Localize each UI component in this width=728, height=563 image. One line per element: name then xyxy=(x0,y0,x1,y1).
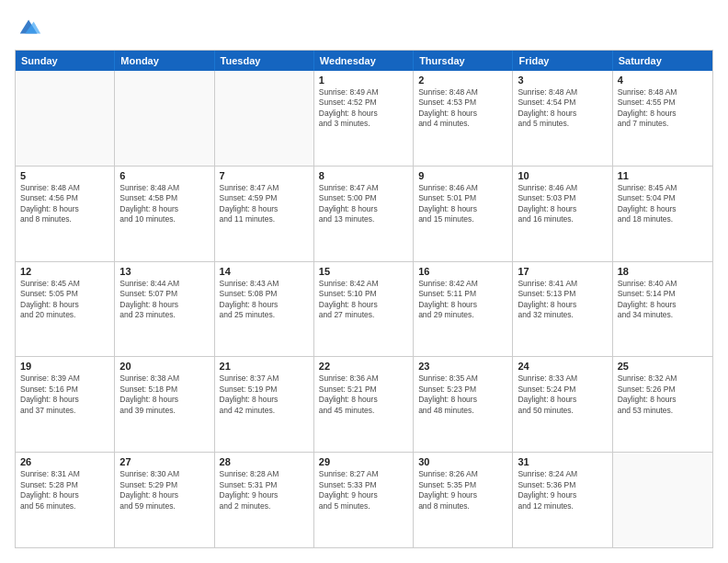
cell-text-11: Sunrise: 8:45 AM Sunset: 5:04 PM Dayligh… xyxy=(618,183,708,225)
day-number-7: 7 xyxy=(220,170,309,181)
day-number-13: 13 xyxy=(119,266,209,277)
calendar-row-0: 1Sunrise: 8:49 AM Sunset: 4:52 PM Daylig… xyxy=(16,71,712,167)
calendar: SundayMondayTuesdayWednesdayThursdayFrid… xyxy=(15,50,713,548)
cell-text-29: Sunrise: 8:27 AM Sunset: 5:33 PM Dayligh… xyxy=(319,469,408,511)
day-number-1: 1 xyxy=(319,75,408,86)
calendar-cell-27: 27Sunrise: 8:30 AM Sunset: 5:29 PM Dayli… xyxy=(115,453,214,547)
calendar-cell-30: 30Sunrise: 8:26 AM Sunset: 5:35 PM Dayli… xyxy=(414,453,513,547)
calendar-cell-2: 2Sunrise: 8:48 AM Sunset: 4:53 PM Daylig… xyxy=(414,71,513,166)
day-number-4: 4 xyxy=(618,75,708,86)
weekday-header-sunday: Sunday xyxy=(16,51,115,71)
cell-text-7: Sunrise: 8:47 AM Sunset: 4:59 PM Dayligh… xyxy=(220,183,309,225)
day-number-19: 19 xyxy=(20,361,109,372)
cell-text-15: Sunrise: 8:42 AM Sunset: 5:10 PM Dayligh… xyxy=(319,279,408,321)
calendar-cell-empty-0-0 xyxy=(16,71,115,166)
calendar-cell-12: 12Sunrise: 8:45 AM Sunset: 5:05 PM Dayli… xyxy=(16,262,115,357)
calendar-row-3: 19Sunrise: 8:39 AM Sunset: 5:16 PM Dayli… xyxy=(16,357,712,453)
cell-text-18: Sunrise: 8:40 AM Sunset: 5:14 PM Dayligh… xyxy=(618,279,708,321)
calendar-cell-13: 13Sunrise: 8:44 AM Sunset: 5:07 PM Dayli… xyxy=(115,262,214,357)
calendar-cell-16: 16Sunrise: 8:42 AM Sunset: 5:11 PM Dayli… xyxy=(414,262,513,357)
cell-text-13: Sunrise: 8:44 AM Sunset: 5:07 PM Dayligh… xyxy=(119,279,209,321)
calendar-cell-17: 17Sunrise: 8:41 AM Sunset: 5:13 PM Dayli… xyxy=(513,262,612,357)
cell-text-19: Sunrise: 8:39 AM Sunset: 5:16 PM Dayligh… xyxy=(20,373,109,416)
calendar-cell-29: 29Sunrise: 8:27 AM Sunset: 5:33 PM Dayli… xyxy=(314,453,414,547)
day-number-28: 28 xyxy=(220,456,309,467)
calendar-cell-empty-0-2 xyxy=(215,71,314,166)
weekday-header-thursday: Thursday xyxy=(414,51,513,71)
calendar-cell-9: 9Sunrise: 8:46 AM Sunset: 5:01 PM Daylig… xyxy=(414,167,513,261)
cell-text-28: Sunrise: 8:28 AM Sunset: 5:31 PM Dayligh… xyxy=(220,469,309,511)
day-number-23: 23 xyxy=(418,361,507,372)
weekday-header-friday: Friday xyxy=(513,51,612,71)
cell-text-17: Sunrise: 8:41 AM Sunset: 5:13 PM Dayligh… xyxy=(518,279,607,321)
cell-text-27: Sunrise: 8:30 AM Sunset: 5:29 PM Dayligh… xyxy=(119,469,209,511)
day-number-5: 5 xyxy=(20,170,109,181)
cell-text-30: Sunrise: 8:26 AM Sunset: 5:35 PM Dayligh… xyxy=(418,469,507,511)
logo-icon xyxy=(17,15,42,40)
cell-text-10: Sunrise: 8:46 AM Sunset: 5:03 PM Dayligh… xyxy=(518,183,607,225)
calendar-cell-28: 28Sunrise: 8:28 AM Sunset: 5:31 PM Dayli… xyxy=(215,453,314,547)
logo xyxy=(15,15,42,40)
calendar-cell-15: 15Sunrise: 8:42 AM Sunset: 5:10 PM Dayli… xyxy=(314,262,414,357)
day-number-11: 11 xyxy=(618,170,708,181)
calendar-cell-18: 18Sunrise: 8:40 AM Sunset: 5:14 PM Dayli… xyxy=(613,262,712,357)
cell-text-2: Sunrise: 8:48 AM Sunset: 4:53 PM Dayligh… xyxy=(418,87,507,130)
calendar-row-1: 5Sunrise: 8:48 AM Sunset: 4:56 PM Daylig… xyxy=(16,167,712,262)
day-number-20: 20 xyxy=(119,361,209,372)
calendar-cell-25: 25Sunrise: 8:32 AM Sunset: 5:26 PM Dayli… xyxy=(613,357,712,452)
cell-text-25: Sunrise: 8:32 AM Sunset: 5:26 PM Dayligh… xyxy=(618,373,708,416)
calendar-cell-11: 11Sunrise: 8:45 AM Sunset: 5:04 PM Dayli… xyxy=(613,167,712,261)
cell-text-24: Sunrise: 8:33 AM Sunset: 5:24 PM Dayligh… xyxy=(518,373,607,416)
calendar-row-2: 12Sunrise: 8:45 AM Sunset: 5:05 PM Dayli… xyxy=(16,262,712,358)
weekday-header-wednesday: Wednesday xyxy=(314,51,414,71)
cell-text-22: Sunrise: 8:36 AM Sunset: 5:21 PM Dayligh… xyxy=(319,373,408,416)
calendar-cell-19: 19Sunrise: 8:39 AM Sunset: 5:16 PM Dayli… xyxy=(16,357,115,452)
day-number-17: 17 xyxy=(518,266,607,277)
day-number-26: 26 xyxy=(20,456,109,467)
day-number-14: 14 xyxy=(220,266,309,277)
cell-text-31: Sunrise: 8:24 AM Sunset: 5:36 PM Dayligh… xyxy=(518,469,607,511)
calendar-cell-26: 26Sunrise: 8:31 AM Sunset: 5:28 PM Dayli… xyxy=(16,453,115,547)
cell-text-5: Sunrise: 8:48 AM Sunset: 4:56 PM Dayligh… xyxy=(20,183,109,225)
day-number-21: 21 xyxy=(220,361,309,372)
day-number-31: 31 xyxy=(518,456,607,467)
day-number-10: 10 xyxy=(518,170,607,181)
cell-text-12: Sunrise: 8:45 AM Sunset: 5:05 PM Dayligh… xyxy=(20,279,109,321)
cell-text-23: Sunrise: 8:35 AM Sunset: 5:23 PM Dayligh… xyxy=(418,373,507,416)
cell-text-21: Sunrise: 8:37 AM Sunset: 5:19 PM Dayligh… xyxy=(220,373,309,416)
calendar-cell-23: 23Sunrise: 8:35 AM Sunset: 5:23 PM Dayli… xyxy=(414,357,513,452)
calendar-cell-31: 31Sunrise: 8:24 AM Sunset: 5:36 PM Dayli… xyxy=(513,453,612,547)
calendar-cell-3: 3Sunrise: 8:48 AM Sunset: 4:54 PM Daylig… xyxy=(513,71,612,166)
calendar-cell-22: 22Sunrise: 8:36 AM Sunset: 5:21 PM Dayli… xyxy=(314,357,414,452)
weekday-header-tuesday: Tuesday xyxy=(215,51,314,71)
day-number-25: 25 xyxy=(618,361,708,372)
cell-text-26: Sunrise: 8:31 AM Sunset: 5:28 PM Dayligh… xyxy=(20,469,109,511)
calendar-cell-21: 21Sunrise: 8:37 AM Sunset: 5:19 PM Dayli… xyxy=(215,357,314,452)
day-number-9: 9 xyxy=(418,170,507,181)
day-number-6: 6 xyxy=(119,170,209,181)
cell-text-3: Sunrise: 8:48 AM Sunset: 4:54 PM Dayligh… xyxy=(518,87,607,130)
day-number-12: 12 xyxy=(20,266,109,277)
calendar-cell-5: 5Sunrise: 8:48 AM Sunset: 4:56 PM Daylig… xyxy=(16,167,115,261)
calendar-cell-1: 1Sunrise: 8:49 AM Sunset: 4:52 PM Daylig… xyxy=(314,71,414,166)
cell-text-4: Sunrise: 8:48 AM Sunset: 4:55 PM Dayligh… xyxy=(618,87,708,130)
calendar-cell-empty-4-6 xyxy=(613,453,712,547)
day-number-22: 22 xyxy=(319,361,408,372)
day-number-27: 27 xyxy=(119,456,209,467)
cell-text-1: Sunrise: 8:49 AM Sunset: 4:52 PM Dayligh… xyxy=(319,87,408,130)
day-number-3: 3 xyxy=(518,75,607,86)
day-number-2: 2 xyxy=(418,75,507,86)
day-number-15: 15 xyxy=(319,266,408,277)
calendar-cell-empty-0-1 xyxy=(115,71,214,166)
weekday-header-saturday: Saturday xyxy=(613,51,712,71)
page: SundayMondayTuesdayWednesdayThursdayFrid… xyxy=(0,0,728,563)
day-number-18: 18 xyxy=(618,266,708,277)
calendar-cell-10: 10Sunrise: 8:46 AM Sunset: 5:03 PM Dayli… xyxy=(513,167,612,261)
calendar-body: 1Sunrise: 8:49 AM Sunset: 4:52 PM Daylig… xyxy=(16,71,712,547)
calendar-cell-7: 7Sunrise: 8:47 AM Sunset: 4:59 PM Daylig… xyxy=(215,167,314,261)
cell-text-9: Sunrise: 8:46 AM Sunset: 5:01 PM Dayligh… xyxy=(418,183,507,225)
weekday-header-monday: Monday xyxy=(115,51,214,71)
calendar-cell-8: 8Sunrise: 8:47 AM Sunset: 5:00 PM Daylig… xyxy=(314,167,414,261)
calendar-cell-24: 24Sunrise: 8:33 AM Sunset: 5:24 PM Dayli… xyxy=(513,357,612,452)
calendar-row-4: 26Sunrise: 8:31 AM Sunset: 5:28 PM Dayli… xyxy=(16,453,712,547)
